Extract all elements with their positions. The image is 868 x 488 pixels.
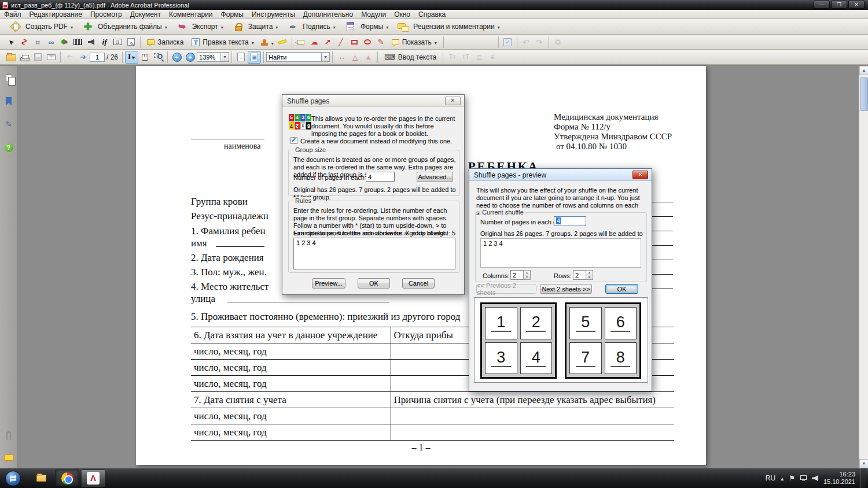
- vertical-scrollbar[interactable]: ▲ ▼: [859, 66, 868, 468]
- pages-per-group-input[interactable]: 4: [554, 216, 586, 226]
- open-button[interactable]: [5, 51, 18, 64]
- menu-help[interactable]: Справка: [414, 10, 450, 19]
- rectangle-tool[interactable]: [348, 36, 361, 49]
- export-button[interactable]: ➥ Экспорт: [171, 19, 227, 34]
- menu-comments[interactable]: Комментарии: [165, 10, 217, 19]
- decrease-text-size-button[interactable]: Tт: [446, 51, 459, 64]
- menu-window[interactable]: Окно: [390, 10, 414, 19]
- stamp-tool[interactable]: [258, 36, 271, 49]
- create-pdf-button[interactable]: Создать PDF: [5, 19, 77, 34]
- next-sheets-button[interactable]: Next 2 sheets >>: [540, 284, 592, 294]
- howto-panel-button[interactable]: ?: [3, 142, 14, 153]
- line-tool[interactable]: ╱: [334, 36, 348, 49]
- close-button[interactable]: ✕: [848, 1, 865, 9]
- arrow-tool[interactable]: ↗: [321, 36, 334, 49]
- text-edits-tool[interactable]: T Правка текста: [187, 37, 258, 47]
- print-button[interactable]: [18, 51, 31, 64]
- fit-width-button[interactable]: ↔: [234, 51, 248, 64]
- textbox-tool[interactable]: II: [111, 36, 124, 49]
- dialog-title-bar[interactable]: Shuffle pages - preview ✕: [469, 169, 652, 181]
- action-center-flag-icon[interactable]: ⚑: [789, 474, 795, 482]
- line-spacing-button[interactable]: ≣: [472, 51, 486, 64]
- find-combo[interactable]: ▼: [266, 52, 330, 62]
- cancel-button[interactable]: Cancel: [402, 278, 435, 289]
- minimize-button[interactable]: —: [814, 1, 830, 9]
- checkbox-label[interactable]: Create a new document instead of modifyi…: [300, 138, 452, 145]
- callout-tool[interactable]: [295, 36, 308, 49]
- 3d-tool[interactable]: ⬢●: [58, 36, 71, 49]
- area-tool[interactable]: ▲: [362, 51, 375, 64]
- menu-edit[interactable]: Редактирование: [25, 10, 86, 19]
- pencil-tool[interactable]: ✎: [374, 36, 388, 49]
- menu-document[interactable]: Документ: [126, 10, 165, 19]
- ok-button[interactable]: OK: [358, 278, 390, 289]
- select-object-tool[interactable]: ➤: [5, 36, 18, 49]
- volume-icon[interactable]: [812, 475, 818, 481]
- hand-tool[interactable]: [138, 51, 152, 64]
- dropdown-arrow-icon[interactable]: ▼: [220, 52, 229, 62]
- signatures-panel-button[interactable]: ✎: [3, 119, 14, 130]
- combine-files-button[interactable]: ✚ Объединить файлы: [77, 19, 171, 34]
- sound-tool[interactable]: [84, 36, 98, 49]
- restore-button[interactable]: ❐: [831, 1, 847, 9]
- ok-button[interactable]: OK: [605, 284, 638, 294]
- movie-tool[interactable]: [71, 36, 84, 49]
- rows-input[interactable]: [573, 270, 586, 280]
- comments-panel-button[interactable]: [3, 452, 14, 463]
- hidden-icons-arrow-icon[interactable]: ▴: [781, 475, 784, 482]
- menu-tools[interactable]: Инструменты: [248, 10, 299, 19]
- rules-input[interactable]: 1 2 3 4: [293, 238, 455, 269]
- show-desktop-button[interactable]: [860, 468, 866, 488]
- pages-panel-button[interactable]: [3, 73, 14, 83]
- cloud-tool[interactable]: ☁: [308, 36, 321, 49]
- scrollbar-thumb[interactable]: [860, 77, 868, 111]
- dropdown-arrow-icon[interactable]: ▼: [321, 52, 330, 62]
- sticky-note-tool[interactable]: Записка: [143, 37, 187, 47]
- paragraph-spacing-button[interactable]: ≡: [486, 51, 499, 64]
- receive-review-button[interactable]: ↷: [533, 36, 546, 49]
- article-tool[interactable]: ∿: [18, 36, 31, 49]
- zoom-out-button[interactable]: −: [170, 51, 183, 64]
- taskbar-acrobat-button[interactable]: Λ: [81, 469, 105, 487]
- pages-per-group-input[interactable]: [366, 172, 395, 182]
- zoom-in-button[interactable]: +: [183, 51, 197, 64]
- send-review-button[interactable]: ↶: [520, 36, 533, 49]
- columns-spinner[interactable]: ▲▼: [523, 270, 531, 280]
- save-button[interactable]: [31, 51, 45, 64]
- network-icon[interactable]: [800, 475, 807, 480]
- menu-view[interactable]: Просмотр: [86, 10, 126, 19]
- sign-button[interactable]: ✒ Подпись: [282, 19, 340, 34]
- bookmarks-panel-button[interactable]: [3, 96, 14, 106]
- scroll-down-button[interactable]: ▼: [859, 459, 868, 468]
- secure-button[interactable]: Защита: [227, 19, 282, 34]
- page-number-input[interactable]: [90, 53, 105, 62]
- preview-button[interactable]: Preview...: [312, 278, 345, 289]
- oval-tool[interactable]: [361, 36, 374, 49]
- select-tool[interactable]: I➤: [125, 51, 138, 64]
- advanced-button[interactable]: Advanced...: [417, 172, 453, 182]
- show-comments-button[interactable]: Показать: [388, 37, 441, 47]
- previous-view-button[interactable]: ➔: [63, 51, 76, 64]
- dialog-close-button[interactable]: ✕: [445, 97, 461, 105]
- attachments-panel-button[interactable]: [3, 430, 14, 441]
- zoom-level-input[interactable]: [197, 52, 221, 62]
- columns-input[interactable]: [510, 270, 524, 280]
- perimeter-tool[interactable]: △: [348, 51, 362, 64]
- review-comment-button[interactable]: Рецензии и комментарии: [392, 19, 503, 34]
- crop-tool[interactable]: ⌗: [31, 36, 45, 49]
- rows-spinner[interactable]: ▲▼: [586, 270, 593, 280]
- previous-sheets-button[interactable]: << Previous 2 sheets: [476, 284, 536, 294]
- scroll-up-button[interactable]: ▲: [859, 66, 868, 75]
- next-view-button[interactable]: ➔: [76, 51, 90, 64]
- copy-pages-button[interactable]: ⧉: [551, 36, 565, 49]
- increase-text-size-button[interactable]: тТ: [459, 51, 472, 64]
- taskbar-chrome-button[interactable]: [55, 469, 79, 487]
- zoom-level-combo[interactable]: ▼: [197, 52, 229, 62]
- menu-forms[interactable]: Формы: [217, 10, 248, 19]
- dialog-close-button[interactable]: ✕: [632, 171, 648, 179]
- highlight-tool[interactable]: [276, 36, 289, 49]
- start-button[interactable]: [5, 471, 21, 486]
- new-document-checkbox[interactable]: [290, 137, 297, 144]
- touchup-object-tool[interactable]: ✎: [124, 36, 138, 49]
- forms-button[interactable]: Формы: [340, 19, 392, 34]
